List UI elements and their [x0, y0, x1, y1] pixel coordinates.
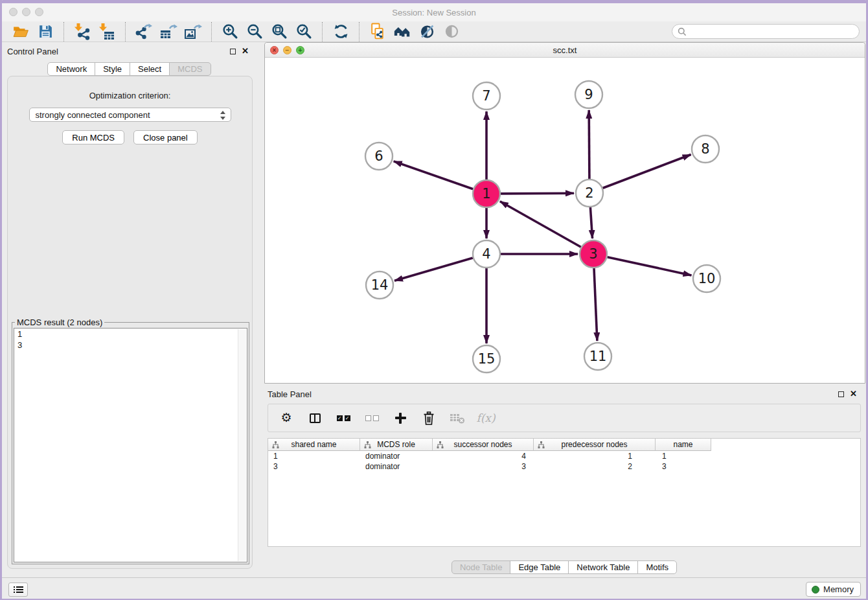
network-window-titlebar: × − + scc.txt	[265, 43, 865, 58]
cell-shared-name[interactable]: 3	[268, 461, 360, 472]
export-table-icon[interactable]	[159, 23, 177, 41]
result-list-item[interactable]: 1	[14, 329, 247, 340]
cell-predecessor-nodes[interactable]: 1	[534, 451, 656, 461]
delete-column-icon[interactable]	[421, 410, 437, 426]
show-columns-icon[interactable]	[307, 410, 323, 426]
table-row[interactable]: 3 dominator 3 2 3	[268, 461, 860, 472]
clone-network-icon[interactable]	[369, 23, 387, 41]
zoom-in-icon[interactable]	[221, 23, 239, 41]
graph-node-6[interactable]: 6	[365, 143, 393, 170]
graph-edge-1-2[interactable]	[501, 193, 574, 194]
show-graphics-details-icon[interactable]	[442, 23, 461, 41]
edges-layer	[394, 110, 692, 343]
control-panel: Control Panel ✕ Network Style Select MCD…	[2, 43, 257, 576]
column-header-shared-name[interactable]: shared name	[268, 439, 360, 451]
import-network-icon[interactable]	[73, 23, 91, 41]
table-row[interactable]: 1 dominator 4 1 1	[268, 451, 860, 461]
column-header-mcds-role[interactable]: MCDS role	[360, 439, 433, 451]
cell-shared-name[interactable]: 1	[268, 451, 360, 461]
network-graph[interactable]: 7968124314101511	[265, 58, 865, 383]
home-layout-icon[interactable]	[393, 23, 411, 41]
graph-node-4[interactable]: 4	[473, 240, 500, 268]
zoom-fit-icon[interactable]	[270, 23, 288, 41]
graph-node-10[interactable]: 10	[693, 265, 720, 292]
zoom-out-icon[interactable]	[246, 23, 264, 41]
function-builder-icon-disabled[interactable]: f(x)	[478, 410, 494, 426]
search-icon	[678, 27, 687, 36]
network-canvas[interactable]: 7968124314101511	[265, 58, 865, 383]
add-column-icon[interactable]	[393, 410, 408, 426]
close-panel-icon[interactable]: ✕	[242, 48, 249, 54]
graph-edge-2-9[interactable]	[589, 110, 589, 179]
graph-node-3[interactable]: 3	[580, 240, 607, 268]
export-network-icon[interactable]	[135, 23, 153, 41]
graph-edge-2-8[interactable]	[603, 155, 691, 189]
float-table-panel-icon[interactable]	[838, 391, 844, 397]
close-table-panel-icon[interactable]: ✕	[850, 391, 857, 397]
table-settings-gear-icon[interactable]: ⚙	[279, 410, 294, 426]
open-session-icon[interactable]	[12, 23, 30, 41]
save-session-icon[interactable]	[36, 23, 54, 41]
tab-style[interactable]: Style	[95, 62, 130, 76]
cell-mcds-role[interactable]: dominator	[360, 461, 433, 472]
search-field[interactable]	[672, 24, 860, 39]
graph-edge-3-11[interactable]	[594, 268, 597, 341]
delete-table-icon-disabled[interactable]	[450, 410, 465, 426]
refresh-layout-icon[interactable]	[332, 23, 350, 41]
graph-node-11[interactable]: 11	[584, 343, 611, 370]
column-header-name[interactable]: name	[656, 439, 711, 451]
network-view-window: × − + scc.txt 7968124314101511	[264, 42, 865, 384]
graph-node-7[interactable]: 7	[473, 82, 500, 110]
float-panel-icon[interactable]	[230, 49, 236, 54]
cell-mcds-role[interactable]: dominator	[360, 451, 433, 461]
window-border-left	[0, 0, 2, 600]
hide-graphics-details-icon[interactable]	[418, 23, 436, 41]
graph-node-label: 8	[701, 141, 709, 157]
graph-edge-3-10[interactable]	[608, 257, 692, 275]
mcds-result-group: MCDS result (2 nodes) 1 3	[12, 317, 249, 564]
export-image-icon[interactable]	[184, 23, 202, 41]
graph-edge-4-14[interactable]	[394, 258, 473, 281]
run-mcds-button[interactable]: Run MCDS	[62, 130, 124, 144]
graph-edge-1-6[interactable]	[394, 161, 474, 189]
tab-select[interactable]: Select	[130, 62, 170, 76]
cell-predecessor-nodes[interactable]: 2	[534, 461, 656, 472]
column-header-successor-nodes[interactable]: successor nodes	[433, 439, 534, 451]
graph-node-1[interactable]: 1	[473, 180, 500, 207]
import-table-icon[interactable]	[98, 23, 116, 41]
table-toolbar: ⚙ ✓✓ f(x)	[268, 404, 861, 432]
select-all-columns-icon[interactable]: ✓✓	[336, 410, 351, 426]
zoom-selected-icon[interactable]	[295, 23, 313, 41]
graph-node-9[interactable]: 9	[575, 81, 602, 108]
result-scrollbar[interactable]	[238, 329, 246, 561]
cell-successor-nodes[interactable]: 4	[433, 451, 534, 461]
tab-network[interactable]: Network	[47, 62, 95, 76]
tab-node-table[interactable]: Node Table	[451, 560, 511, 574]
memory-button[interactable]: Memory	[806, 582, 861, 597]
cell-name[interactable]: 1	[656, 451, 711, 461]
tab-motifs[interactable]: Motifs	[637, 560, 677, 574]
tab-mcds[interactable]: MCDS	[169, 62, 211, 76]
graph-edge-3-1[interactable]	[500, 202, 581, 247]
graph-node-label: 10	[698, 271, 716, 286]
graph-edge-2-3[interactable]	[590, 207, 592, 238]
graph-node-label: 4	[482, 246, 490, 262]
tab-network-table[interactable]: Network Table	[568, 560, 638, 574]
network-window-title: scc.txt	[265, 45, 865, 55]
task-history-button[interactable]	[8, 583, 28, 597]
control-panel-tabs: Network Style Select MCDS	[2, 62, 257, 76]
graph-node-2[interactable]: 2	[576, 179, 603, 207]
cell-successor-nodes[interactable]: 3	[433, 461, 534, 472]
result-list-item[interactable]: 3	[14, 340, 247, 351]
search-input[interactable]	[687, 27, 854, 36]
graph-node-14[interactable]: 14	[366, 271, 393, 299]
graph-node-15[interactable]: 15	[473, 345, 500, 373]
graph-node-label: 2	[585, 185, 593, 201]
close-panel-button[interactable]: Close panel	[133, 130, 198, 144]
unselect-all-columns-icon[interactable]	[364, 410, 380, 426]
criterion-select[interactable]: strongly connected component	[29, 108, 231, 122]
tab-edge-table[interactable]: Edge Table	[510, 560, 569, 574]
cell-name[interactable]: 3	[656, 461, 711, 472]
graph-node-8[interactable]: 8	[692, 135, 719, 163]
column-header-predecessor-nodes[interactable]: predecessor nodes	[534, 439, 656, 451]
